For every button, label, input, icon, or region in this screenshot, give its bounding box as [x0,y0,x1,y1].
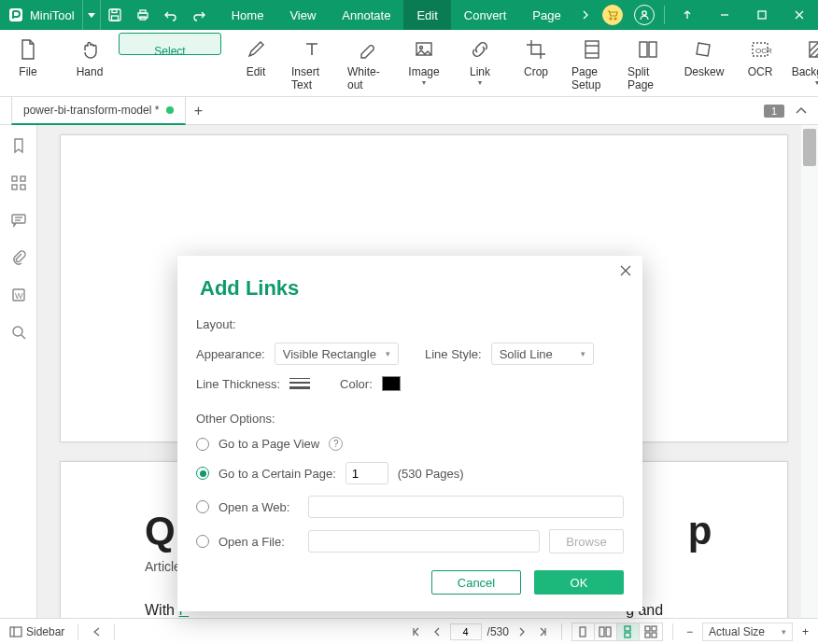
ribbon-insert-text[interactable]: Insert Text [285,33,339,93]
ribbon-crop[interactable]: Crop [509,33,563,93]
next-page-button[interactable] [515,627,529,637]
svg-line-32 [21,335,25,339]
ribbon-white-out[interactable]: White-out [341,33,395,93]
ribbon-background[interactable]: Backgrour▾ [789,33,818,93]
prev-page-button-set[interactable] [88,627,105,637]
bookmark-icon[interactable] [6,133,32,159]
svg-rect-3 [112,9,117,13]
minimize-button[interactable] [706,0,743,30]
search-icon[interactable] [6,319,32,345]
tab-home[interactable]: Home [219,0,277,30]
maximize-button[interactable] [743,0,781,30]
app-logo: MiniTool [0,7,82,23]
svg-rect-2 [111,16,118,21]
layout-continuous-two-up-button[interactable] [640,623,662,640]
svg-rect-18 [649,42,656,57]
browse-button[interactable]: Browse [549,529,624,553]
redo-button[interactable] [185,0,213,30]
ribbon-edit[interactable]: Edit [229,33,283,93]
save-button[interactable] [101,0,129,30]
ribbon: File Hand Select Edit Insert Text White-… [0,30,818,97]
scrollbar-thumb[interactable] [803,129,816,166]
cancel-button[interactable]: Cancel [431,570,521,595]
radio-go-to-page-view[interactable] [196,438,209,451]
dialog-title: Add Links [200,276,624,301]
tab-annotate[interactable]: Annotate [329,0,403,30]
document-tab[interactable]: power-bi-transform-model * [11,97,186,125]
appearance-label: Appearance: [196,347,265,361]
linestyle-dropdown[interactable]: Solid Line▾ [491,343,594,365]
store-button[interactable] [602,5,623,25]
file-path-input[interactable] [308,530,540,553]
tab-convert[interactable]: Convert [451,0,520,30]
layout-label: Layout: [196,317,624,331]
svg-point-31 [13,327,22,336]
zoom-dropdown[interactable]: Actual Size▾ [702,623,793,641]
sidebar-toggle[interactable]: Sidebar [6,625,68,638]
help-button[interactable] [669,0,706,30]
first-page-button[interactable] [407,627,424,637]
ribbon-image[interactable]: Image▾ [397,33,451,93]
tab-view[interactable]: View [276,0,329,30]
svg-rect-41 [652,626,656,631]
vertical-scrollbar[interactable] [801,125,818,618]
svg-rect-36 [599,627,604,637]
other-options-label: Other Options: [196,412,624,426]
radio-go-to-certain-page[interactable] [196,467,209,480]
svg-rect-14 [585,41,599,58]
layout-single-button[interactable] [572,623,595,640]
last-page-button[interactable] [535,627,552,637]
undo-button[interactable] [157,0,185,30]
menu-tabs: Home View Annotate Edit Convert Page [219,0,574,30]
radio-open-web[interactable] [196,500,209,513]
app-menu-dropdown[interactable] [82,0,101,30]
layout-two-up-button[interactable] [595,623,617,640]
close-dialog-button[interactable] [620,265,631,276]
zoom-in-button[interactable]: + [798,625,812,638]
svg-point-9 [642,11,646,15]
page-total-hint: (530 Pages) [398,467,464,481]
zoom-out-button[interactable]: − [683,625,697,638]
radio-open-file[interactable] [196,535,209,548]
new-tab-button[interactable]: + [186,97,210,125]
collapse-ribbon-button[interactable] [790,100,812,122]
svg-rect-23 [21,176,25,181]
close-window-button[interactable] [781,0,818,30]
ribbon-hand[interactable]: Hand [63,33,117,93]
svg-rect-26 [12,215,25,223]
svg-rect-42 [645,633,650,637]
ribbon-deskew[interactable]: Deskew [677,33,731,93]
page-number-input[interactable] [450,623,482,640]
page-count-badge: 1 [764,105,784,118]
attachments-icon[interactable] [6,245,32,271]
help-icon[interactable]: ? [329,437,343,451]
radio-label: Go to a Certain Page: [219,467,336,481]
word-export-icon[interactable]: W [6,282,32,308]
thickness-picker[interactable] [289,378,310,389]
certain-page-input[interactable] [346,462,388,484]
account-button[interactable] [634,5,655,25]
ok-button[interactable]: OK [534,570,624,595]
tabs-overflow[interactable] [574,10,597,20]
color-swatch[interactable] [382,376,401,391]
tab-edit[interactable]: Edit [403,0,450,30]
ribbon-ocr[interactable]: OCR OCR [733,33,787,93]
tab-page[interactable]: Page [519,0,573,30]
ribbon-page-setup[interactable]: Page Setup [565,33,619,93]
logo-icon [7,7,24,23]
ribbon-file[interactable]: File [1,33,55,93]
page-layout-buttons [571,623,663,641]
web-url-input[interactable] [308,496,624,518]
comments-icon[interactable] [6,207,32,233]
print-button[interactable] [129,0,157,30]
title-bar: MiniTool Home View Annotate Edit Convert… [0,0,818,30]
ribbon-split-page[interactable]: Split Page [621,33,675,93]
ribbon-select[interactable]: Select [119,33,221,55]
appearance-dropdown[interactable]: Visible Rectangle▾ [275,343,399,365]
prev-page-button[interactable] [430,627,444,637]
layout-continuous-button[interactable] [617,623,640,640]
thumbnails-icon[interactable] [6,170,32,196]
radio-label: Open a Web: [219,500,299,514]
ribbon-link[interactable]: Link▾ [453,33,507,93]
svg-rect-37 [606,627,611,637]
